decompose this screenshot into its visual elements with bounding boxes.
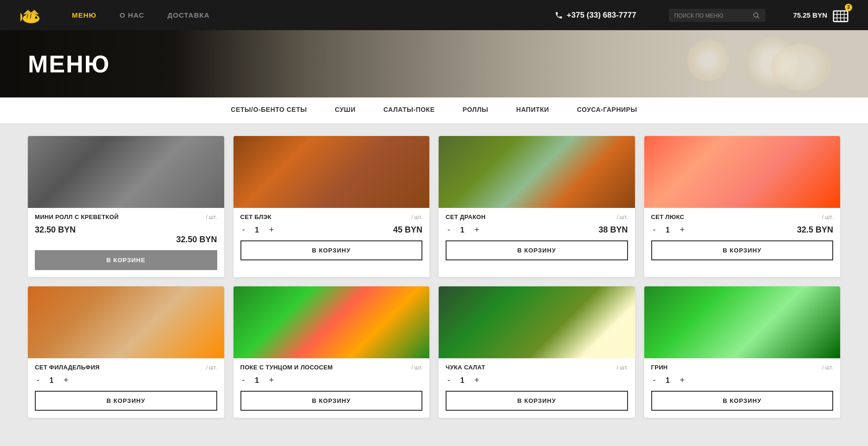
product-card: ГРИН / шт. - 1 + В КОРЗИНУ [644, 286, 841, 418]
qty-value: 1 [458, 376, 467, 385]
qty-increase[interactable]: + [267, 225, 276, 235]
nav-menu[interactable]: МЕНЮ [72, 11, 97, 19]
product-card: СЕТ ДРАКОН / шт. - 1 + 38 BYN В КОРЗИНУ [439, 136, 635, 277]
product-image [28, 136, 224, 208]
search-icon[interactable] [752, 12, 760, 19]
category-sauces[interactable]: СОУСА-ГАРНИРЫ [577, 106, 637, 115]
product-card: ПОКЕ С ТУНЦОМ И ЛОСОСЕМ / шт. - 1 + В КО… [233, 286, 430, 418]
products-section: МИНИ РОЛЛ С КРЕВЕТКОЙ / шт. 32.50 BYN 32… [0, 124, 868, 436]
add-to-cart-button[interactable]: В КОРЗИНУ [651, 391, 834, 411]
logo-icon [19, 6, 44, 25]
qty-value: 1 [663, 376, 673, 385]
qty-value: 1 [253, 376, 262, 385]
product-info: ГРИН / шт. - 1 + В КОРЗИНУ [644, 358, 841, 418]
add-to-cart-button[interactable]: В КОРЗИНУ [446, 391, 628, 411]
qty-decrease[interactable]: - [240, 375, 247, 385]
category-drinks[interactable]: НАПИТКИ [516, 106, 549, 115]
product-unit: / шт. [206, 364, 217, 371]
qty-controls: - 1 + [240, 225, 276, 235]
qty-increase[interactable]: + [62, 375, 71, 385]
product-image [644, 286, 841, 358]
product-price: 32.50 BYN [176, 235, 217, 244]
product-price: 32.5 BYN [797, 225, 833, 235]
phone-icon [555, 11, 563, 19]
add-to-cart-button[interactable]: В КОРЗИНЕ [35, 250, 217, 270]
product-name-row: СЕТ ДРАКОН / шт. [446, 213, 628, 220]
category-nav: СЕТЫ/О-БЕНТО СЕТЫ СУШИ САЛАТЫ-ПОКЕ РОЛЛЫ… [0, 97, 868, 124]
category-salads[interactable]: САЛАТЫ-ПОКЕ [383, 106, 435, 115]
qty-decrease[interactable]: - [240, 225, 247, 235]
qty-decrease[interactable]: - [35, 375, 41, 385]
nav-delivery[interactable]: ДОСТАВКА [168, 11, 210, 19]
product-name: ЧУКА САЛАТ [446, 364, 486, 371]
product-unit: / шт. [206, 214, 217, 220]
product-info: СЕТ ЛЮКС / шт. - 1 + 32.5 BYN В КОРЗИНУ [644, 208, 841, 267]
qty-increase[interactable]: + [267, 375, 276, 385]
nav-about[interactable]: О НАС [120, 11, 144, 19]
qty-controls: - 1 + [651, 225, 687, 235]
svg-marker-0 [23, 10, 39, 14]
add-to-cart-button[interactable]: В КОРЗИНУ [651, 240, 834, 260]
product-unit: / шт. [822, 214, 833, 220]
category-sets[interactable]: СЕТЫ/О-БЕНТО СЕТЫ [231, 106, 307, 115]
product-unit: / шт. [411, 364, 422, 371]
qty-increase[interactable]: + [473, 225, 481, 235]
qty-decrease[interactable]: - [651, 225, 658, 235]
hero-title: МЕНЮ [28, 50, 110, 78]
qty-decrease[interactable]: - [446, 225, 452, 235]
product-name: СЕТ ЛЮКС [651, 213, 685, 220]
search-input[interactable] [674, 12, 749, 19]
product-unit: / шт. [617, 214, 628, 220]
price-display: 32.50 BYN [35, 235, 217, 245]
product-price: 38 BYN [598, 225, 628, 235]
search-area [669, 9, 765, 22]
product-price: 45 BYN [393, 225, 422, 235]
add-to-cart-button[interactable]: В КОРЗИНУ [35, 391, 217, 411]
logo[interactable] [19, 6, 44, 25]
product-name: ГРИН [651, 364, 668, 371]
product-controls: - 1 + [240, 375, 423, 385]
product-image [28, 286, 224, 358]
cart-area[interactable]: 75.25 BYN 3 [793, 6, 849, 24]
product-name: СЕТ БЛЭК [240, 213, 272, 220]
phone-number: +375 (33) 683-7777 [567, 11, 636, 20]
product-controls: - 1 + 32.5 BYN [651, 225, 834, 235]
qty-increase[interactable]: + [473, 375, 481, 385]
add-to-cart-button[interactable]: В КОРЗИНУ [240, 391, 423, 411]
svg-point-3 [35, 16, 38, 19]
product-info: СЕТ ФИЛАДЕЛЬФИЯ / шт. - 1 + В КОРЗИНУ [28, 358, 224, 418]
cart-badge: 3 [845, 4, 852, 11]
product-controls: - 1 + 45 BYN [240, 225, 423, 235]
qty-decrease[interactable]: - [651, 375, 658, 385]
product-image [233, 136, 430, 208]
qty-controls: - 1 + [35, 375, 71, 385]
product-unit: / шт. [822, 364, 833, 371]
product-name-row: ГРИН / шт. [651, 364, 834, 371]
product-name: ПОКЕ С ТУНЦОМ И ЛОСОСЕМ [240, 364, 333, 371]
product-info: МИНИ РОЛЛ С КРЕВЕТКОЙ / шт. 32.50 BYN 32… [28, 208, 224, 277]
qty-decrease[interactable]: - [446, 375, 452, 385]
category-rolls[interactable]: РОЛЛЫ [463, 106, 489, 115]
product-card: СЕТ ФИЛАДЕЛЬФИЯ / шт. - 1 + В КОРЗИНУ [28, 286, 224, 418]
add-to-cart-button[interactable]: В КОРЗИНУ [446, 240, 628, 260]
header: МЕНЮ О НАС ДОСТАВКА +375 (33) 683-7777 7… [0, 0, 868, 30]
cart-icon-wrap[interactable]: 3 [832, 6, 849, 24]
products-grid: МИНИ РОЛЛ С КРЕВЕТКОЙ / шт. 32.50 BYN 32… [28, 136, 840, 418]
product-card: МИНИ РОЛЛ С КРЕВЕТКОЙ / шт. 32.50 BYN 32… [28, 136, 224, 277]
category-sushi[interactable]: СУШИ [335, 106, 356, 115]
qty-controls: - 1 + [446, 375, 481, 385]
qty-increase[interactable]: + [678, 225, 687, 235]
product-image [439, 136, 635, 208]
svg-line-7 [758, 17, 759, 19]
add-to-cart-button[interactable]: В КОРЗИНУ [240, 240, 423, 260]
cart-total: 75.25 BYN [793, 11, 827, 19]
qty-controls: - 1 + [446, 225, 481, 235]
qty-value: 1 [663, 226, 673, 234]
qty-value: 1 [458, 226, 467, 234]
qty-value: 1 [253, 226, 262, 234]
product-unit: / шт. [411, 214, 422, 220]
qty-increase[interactable]: + [678, 375, 687, 385]
phone-area: +375 (33) 683-7777 [555, 11, 636, 20]
product-info: ПОКЕ С ТУНЦОМ И ЛОСОСЕМ / шт. - 1 + В КО… [233, 358, 430, 418]
product-name: МИНИ РОЛЛ С КРЕВЕТКОЙ [35, 213, 119, 220]
